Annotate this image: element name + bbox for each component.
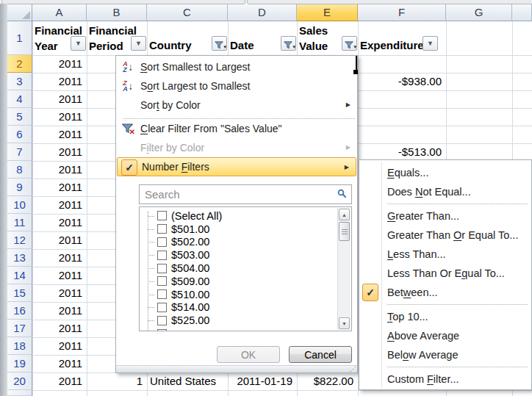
menu-item-clear-filter-from-sales-value[interactable]: ✕Clear Filter From "Sales Value" [116,119,357,138]
menu-item-filter-by-color[interactable]: Filter by Color▶ [116,138,357,157]
scrollbar-thumb[interactable] [339,222,350,241]
menu-item-number-filters[interactable]: ✓Number Filters▶ [117,157,356,176]
value-checkbox[interactable] [157,289,167,299]
cell-A19[interactable]: 2011 [32,355,87,372]
value-checkbox[interactable] [157,224,167,234]
cancel-button[interactable]: Cancel [289,346,352,363]
row-header-1[interactable]: 1 [7,21,32,55]
value-checkbox[interactable] [157,251,167,260]
active-cell-fill-handle[interactable] [353,70,358,74]
row-header-10[interactable]: 10 [7,196,32,214]
cell-D20[interactable]: 2011-01-19 [228,372,297,390]
filter-value-item[interactable]: $501.00 [140,223,351,236]
filter-value-item[interactable]: $509.00 [140,275,351,288]
cell-A4[interactable]: 2011 [32,90,87,108]
dropdown-resize-bar[interactable]: ⋰ [116,365,357,372]
cell-A12[interactable]: 2011 [32,231,87,249]
filter-value-item-partial[interactable] [140,327,351,331]
scroll-up-button[interactable]: ▲ [339,209,350,220]
filter-value-item[interactable]: $525.00 [140,314,351,327]
select-all-corner[interactable] [7,4,32,21]
row-header-2[interactable]: 2 [7,55,32,73]
row-header-15[interactable]: 15 [7,284,32,302]
row-header-5[interactable]: 5 [7,108,32,126]
filter-dropdown-button-F[interactable]: ▼ [423,36,438,51]
row-header-4[interactable]: 4 [7,90,32,108]
cell-B20[interactable]: 1 [87,372,147,390]
cell-E20[interactable]: $822.00 [297,372,358,390]
row-header-3[interactable]: 3 [7,73,32,90]
submenu-item-greater-than[interactable]: Greater Than... [359,206,531,226]
cell-A2[interactable]: 2011 [32,55,87,73]
row-header-9[interactable]: 9 [7,179,32,196]
filter-value-item[interactable]: (Select All) [140,209,351,223]
cell-A3[interactable]: 2011 [32,73,87,90]
row-header-19[interactable]: 19 [7,355,32,372]
cell-A13[interactable]: 2011 [32,249,87,267]
cell-A20[interactable]: 2011 [32,372,87,390]
submenu-item-less-than-or-equal-to[interactable]: Less Than Or Equal To... [359,264,531,283]
submenu-item-equals[interactable]: Equals... [359,163,531,182]
value-checkbox[interactable] [157,276,167,286]
filter-search-input[interactable] [139,184,352,204]
cell-F7[interactable]: -$513.00 [358,143,446,161]
filter-funnel-button-D[interactable]: ▾ [281,36,296,51]
column-header-B[interactable]: B [87,4,147,21]
filter-value-item[interactable]: $510.00 [140,288,351,301]
cell-A5[interactable]: 2011 [32,108,87,126]
filter-dropdown-button-A[interactable]: ▼ [71,36,86,51]
row-header-16[interactable]: 16 [7,302,32,320]
cell-A15[interactable]: 2011 [32,284,87,302]
row-header-6[interactable]: 6 [7,126,32,143]
column-header-C[interactable]: C [147,4,228,21]
column-header-D[interactable]: D [228,4,297,21]
row-header-8[interactable]: 8 [7,161,32,179]
column-header-F[interactable]: F [358,4,446,21]
row-header-12[interactable]: 12 [7,231,32,249]
menu-item-sort-by-color[interactable]: Sort by Color▶ [116,96,357,115]
cell-A11[interactable]: 2011 [32,214,87,231]
cell-F3[interactable]: -$938.00 [358,73,446,90]
cell-A18[interactable]: 2011 [32,337,87,355]
filter-dropdown-button-B[interactable]: ▼ [131,36,146,51]
scroll-down-button[interactable]: ▼ [339,317,350,329]
submenu-item-top-10[interactable]: Top 10... [359,307,531,326]
cell-A9[interactable]: 2011 [32,179,87,196]
filter-funnel-button-E[interactable]: ▾ [342,36,357,51]
row-header-7[interactable]: 7 [7,143,32,161]
row-header-11[interactable]: 11 [7,214,32,231]
column-header-partial[interactable] [512,4,532,21]
row-header-partial[interactable] [7,390,32,396]
cell-A8[interactable]: 2011 [32,161,87,179]
filter-value-item[interactable]: $502.00 [140,236,351,249]
row-header-14[interactable]: 14 [7,267,32,284]
column-header-E[interactable]: E [297,4,358,21]
value-checkbox[interactable] [157,303,167,312]
filter-funnel-button-C[interactable]: ▾ [212,36,227,51]
submenu-item-greater-than-or-equal-to[interactable]: Greater Than Or Equal To... [359,226,531,245]
column-header-A[interactable]: A [32,4,87,21]
row-header-20[interactable]: 20 [7,372,32,390]
submenu-item-custom-filter[interactable]: Custom Filter... [359,370,531,389]
submenu-item-less-than[interactable]: Less Than... [359,245,531,264]
value-checkbox[interactable] [157,329,167,331]
cell-A16[interactable]: 2011 [32,302,87,320]
cell-A17[interactable]: 2011 [32,320,87,337]
filter-value-item[interactable]: $503.00 [140,248,351,262]
cell-A10[interactable]: 2011 [32,196,87,214]
cell-A6[interactable]: 2011 [32,126,87,143]
menu-item-sort-largest-to-smallest[interactable]: ZA↓Sort Largest to Smallest [116,76,357,96]
submenu-item-above-average[interactable]: Above Average [359,326,531,345]
value-checkbox[interactable] [157,316,167,325]
column-header-G[interactable]: G [446,4,512,21]
cell-A7[interactable]: 2011 [32,143,87,161]
row-header-18[interactable]: 18 [7,337,32,355]
cell-C20[interactable]: United States [147,372,228,390]
list-scrollbar[interactable]: ▲ ▼ [337,208,351,330]
filter-value-item[interactable]: $504.00 [140,262,351,275]
filter-value-item[interactable]: $514.00 [140,301,351,314]
cell-A14[interactable]: 2011 [32,267,87,284]
ok-button[interactable]: OK [217,346,280,363]
value-checkbox[interactable] [157,237,167,247]
menu-item-sort-smallest-to-largest[interactable]: AZ↓Sort Smallest to Largest [116,57,357,76]
